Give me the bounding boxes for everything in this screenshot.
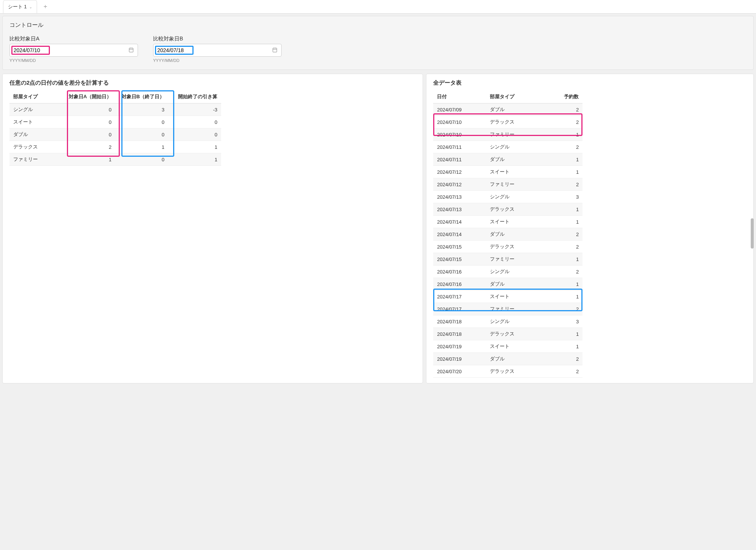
date-b-highlight <box>155 46 194 55</box>
all-row: 2024/07/14ダブル2 <box>433 228 582 241</box>
diff-header-room[interactable]: 部屋タイプ <box>9 90 62 104</box>
diff-header-b[interactable]: 対象日B（終了日） <box>115 90 168 104</box>
all-row: 2024/07/20デラックス2 <box>433 365 582 378</box>
all-row: 2024/07/17ファミリー2 <box>433 303 582 315</box>
all-row: 2024/07/18デラックス1 <box>433 328 582 340</box>
sheet-tab-active[interactable]: シート 1 ⌄ <box>3 0 37 13</box>
all-cell-room: シングル <box>486 141 539 153</box>
all-cell-count: 2 <box>539 365 582 378</box>
all-row: 2024/07/15ファミリー1 <box>433 253 582 266</box>
all-row: 2024/07/19ダブル2 <box>433 353 582 365</box>
calendar-icon[interactable] <box>129 47 134 54</box>
date-b-helper: YYYY/MM/DD <box>153 58 282 63</box>
all-cell-count: 1 <box>539 253 582 266</box>
diff-cell-diff: 0 <box>168 128 221 141</box>
all-cell-date: 2024/07/18 <box>433 315 486 328</box>
diff-cell-b: 0 <box>115 128 168 141</box>
all-row: 2024/07/12ファミリー2 <box>433 178 582 191</box>
all-cell-count: 3 <box>539 191 582 203</box>
sheet-tab-label: シート 1 <box>8 3 27 10</box>
all-row: 2024/07/15デラックス2 <box>433 241 582 253</box>
all-row: 2024/07/17スイート1 <box>433 290 582 303</box>
all-cell-room: ダブル <box>486 228 539 241</box>
all-cell-room: シングル <box>486 315 539 328</box>
diff-cell-room: シングル <box>9 104 62 116</box>
all-header-date[interactable]: 日付 <box>433 90 486 104</box>
all-header-room[interactable]: 部屋タイプ <box>486 90 539 104</box>
control-date-a: 比較対象日A YYYY/MM/DD <box>9 36 138 63</box>
date-a-input-wrapper[interactable] <box>9 44 138 57</box>
all-cell-count: 1 <box>539 328 582 340</box>
diff-cell-room: ダブル <box>9 128 62 141</box>
all-cell-date: 2024/07/14 <box>433 228 486 241</box>
all-cell-date: 2024/07/11 <box>433 141 486 153</box>
diff-cell-diff: 1 <box>168 141 221 153</box>
all-cell-room: スイート <box>486 166 539 178</box>
date-b-input[interactable] <box>157 47 191 53</box>
all-cell-room: シングル <box>486 191 539 203</box>
all-row: 2024/07/13シングル3 <box>433 191 582 203</box>
all-row: 2024/07/13デラックス1 <box>433 203 582 216</box>
all-cell-date: 2024/07/20 <box>433 365 486 378</box>
all-cell-count: 1 <box>539 203 582 216</box>
all-cell-count: 2 <box>539 228 582 241</box>
all-cell-date: 2024/07/09 <box>433 104 486 116</box>
all-cell-count: 1 <box>539 278 582 290</box>
date-a-helper: YYYY/MM/DD <box>9 58 138 63</box>
diff-cell-diff: 1 <box>168 153 221 166</box>
all-cell-date: 2024/07/10 <box>433 128 486 141</box>
all-table-wrapper: 日付 部屋タイプ 予約数 2024/07/09ダブル22024/07/10デラッ… <box>433 90 747 378</box>
diff-panel: 任意の2点の日付の値を差分を計算する 部屋タイプ 対象日A（開始日） 対象日B（… <box>2 74 423 383</box>
all-cell-date: 2024/07/16 <box>433 266 486 278</box>
diff-cell-a: 2 <box>62 141 115 153</box>
diff-cell-b: 1 <box>115 141 168 153</box>
all-cell-date: 2024/07/15 <box>433 253 486 266</box>
all-cell-count: 1 <box>539 216 582 228</box>
all-data-panel: 全データ表 日付 部屋タイプ 予約数 2024/07/09ダブル22024/07… <box>426 74 754 383</box>
add-sheet-button[interactable]: ＋ <box>39 0 52 13</box>
all-cell-room: ファミリー <box>486 128 539 141</box>
all-header-row: 日付 部屋タイプ 予約数 <box>433 90 582 104</box>
diff-cell-diff: 0 <box>168 116 221 128</box>
all-cell-date: 2024/07/18 <box>433 328 486 340</box>
page-scrollbar-thumb[interactable] <box>751 218 754 249</box>
all-cell-room: デラックス <box>486 241 539 253</box>
control-date-b: 比較対象日B YYYY/MM/DD <box>153 36 282 63</box>
all-row: 2024/07/10デラックス2 <box>433 116 582 128</box>
all-cell-room: ダブル <box>486 278 539 290</box>
all-cell-room: スイート <box>486 340 539 353</box>
all-cell-date: 2024/07/12 <box>433 166 486 178</box>
diff-cell-room: スイート <box>9 116 62 128</box>
all-cell-date: 2024/07/11 <box>433 153 486 166</box>
all-cell-count: 2 <box>539 141 582 153</box>
controls-title: コントロール <box>9 22 747 29</box>
all-cell-date: 2024/07/19 <box>433 340 486 353</box>
diff-cell-diff: -3 <box>168 104 221 116</box>
all-row: 2024/07/09ダブル2 <box>433 104 582 116</box>
panels-row: 任意の2点の日付の値を差分を計算する 部屋タイプ 対象日A（開始日） 対象日B（… <box>0 72 756 385</box>
diff-table-wrapper: 部屋タイプ 対象日A（開始日） 対象日B（終了日） 開始終了の引き算 シングル0… <box>9 90 416 166</box>
diff-row: デラックス211 <box>9 141 221 153</box>
tab-bar: シート 1 ⌄ ＋ <box>0 0 756 14</box>
date-a-input[interactable] <box>14 47 48 53</box>
date-b-input-wrapper[interactable] <box>153 44 282 57</box>
date-b-label: 比較対象日B <box>153 36 282 42</box>
all-cell-room: ダブル <box>486 104 539 116</box>
all-cell-room: ファミリー <box>486 303 539 315</box>
all-cell-room: デラックス <box>486 328 539 340</box>
all-cell-count: 2 <box>539 303 582 315</box>
calendar-icon[interactable] <box>272 47 277 54</box>
diff-cell-room: デラックス <box>9 141 62 153</box>
all-cell-room: ダブル <box>486 153 539 166</box>
diff-cell-a: 1 <box>62 153 115 166</box>
all-header-count[interactable]: 予約数 <box>539 90 582 104</box>
all-cell-date: 2024/07/17 <box>433 290 486 303</box>
diff-row: スイート000 <box>9 116 221 128</box>
date-a-highlight <box>11 46 50 55</box>
all-cell-date: 2024/07/14 <box>433 216 486 228</box>
diff-header-diff[interactable]: 開始終了の引き算 <box>168 90 221 104</box>
all-cell-room: ダブル <box>486 353 539 365</box>
diff-header-a[interactable]: 対象日A（開始日） <box>62 90 115 104</box>
all-cell-date: 2024/07/12 <box>433 178 486 191</box>
all-cell-date: 2024/07/16 <box>433 278 486 290</box>
